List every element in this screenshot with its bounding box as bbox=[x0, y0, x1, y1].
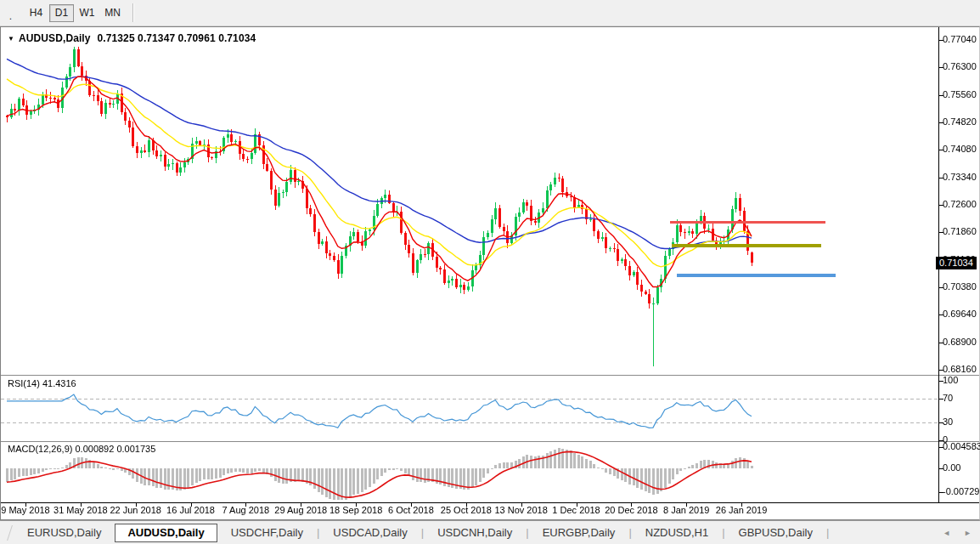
terminal-window: . H4D1W1MN ▼AUDUSD,Daily0.71325 0.71347 … bbox=[0, 0, 980, 544]
tab-usdcnh-daily[interactable]: USDCNH,Daily bbox=[424, 524, 526, 542]
timeframe-button-d1[interactable]: D1 bbox=[49, 4, 74, 22]
current-price-badge: 0.71034 bbox=[936, 257, 977, 269]
toolbar-partial-button[interactable]: . bbox=[0, 4, 12, 22]
date-label: 22 Jun 2018 bbox=[110, 505, 161, 515]
price-tick-label: 0.74820 bbox=[943, 116, 977, 127]
price-tick-label: 0.77040 bbox=[943, 34, 977, 44]
date-label: 1 Dec 2018 bbox=[552, 505, 600, 515]
price-tick-label: 0.69640 bbox=[943, 309, 977, 319]
tabs-scroll-right-icon[interactable]: ► bbox=[964, 529, 972, 537]
timeframe-buttons: H4D1W1MN bbox=[12, 4, 125, 22]
price-tick-label: 0.68160 bbox=[943, 364, 977, 374]
date-label: 18 Sep 2018 bbox=[329, 505, 382, 515]
toolbar-separator bbox=[132, 3, 134, 22]
price-tick-label: 0.71860 bbox=[943, 226, 977, 236]
tabbar-nav: ◄ ► bbox=[943, 521, 972, 544]
date-label: 16 Jul 2018 bbox=[166, 505, 215, 515]
macd-tick-label: 0.004583 bbox=[943, 441, 980, 451]
tab-gbpusd-daily[interactable]: GBPUSD,Daily bbox=[725, 524, 826, 542]
chart-title: ▼AUDUSD,Daily0.71325 0.71347 0.70961 0.7… bbox=[8, 32, 256, 44]
rsi-indicator-label: RSI(14) 41.4316 bbox=[8, 378, 76, 388]
tabs-scroll-left-icon[interactable]: ◄ bbox=[943, 529, 950, 537]
chart-tabbar: EURUSD,DailyAUDUSD,DailyUSDCHF,Daily|USD… bbox=[0, 520, 980, 544]
price-tick-label: 0.73340 bbox=[943, 172, 977, 182]
timeframe-button-h4[interactable]: H4 bbox=[24, 4, 48, 22]
date-label: 7 Aug 2018 bbox=[222, 505, 270, 515]
chart-symbol-label: AUDUSD,Daily bbox=[19, 32, 91, 44]
tabbar-lead-edge bbox=[0, 525, 13, 541]
macd-tick-label: -0.00729 bbox=[943, 486, 979, 496]
date-label: 31 May 2018 bbox=[54, 505, 108, 515]
tab-usdchf-daily[interactable]: USDCHF,Daily bbox=[217, 524, 317, 542]
tab-eurusd-daily[interactable]: EURUSD,Daily bbox=[14, 524, 115, 542]
tab-usdcad-daily[interactable]: USDCAD,Daily bbox=[319, 524, 420, 542]
tab-nzdusd-h1[interactable]: NZDUSD,H1 bbox=[632, 524, 722, 542]
date-label: 26 Jan 2019 bbox=[716, 505, 768, 515]
collapse-arrow-icon[interactable]: ▼ bbox=[8, 35, 14, 42]
price-tick-label: 0.74080 bbox=[943, 144, 977, 154]
date-label: 13 Nov 2018 bbox=[494, 505, 547, 515]
chart-tabs: EURUSD,DailyAUDUSD,DailyUSDCHF,Daily|USD… bbox=[14, 524, 829, 542]
timeframe-button-w1[interactable]: W1 bbox=[75, 4, 99, 22]
timeframe-button-mn[interactable]: MN bbox=[100, 4, 125, 22]
chart-window: ▼AUDUSD,Daily0.71325 0.71347 0.70961 0.7… bbox=[0, 26, 980, 520]
macd-indicator-label: MACD(12,26,9) 0.000892 0.001735 bbox=[8, 444, 155, 454]
date-label: 29 Aug 2018 bbox=[274, 505, 327, 515]
price-tick-label: 0.76300 bbox=[943, 61, 977, 71]
rsi-tick-label: 30 bbox=[943, 416, 953, 427]
date-label: 8 Jan 2019 bbox=[663, 505, 709, 515]
price-tick-label: 0.75560 bbox=[943, 89, 977, 99]
date-label: 6 Oct 2018 bbox=[388, 505, 434, 515]
tab-audusd-daily[interactable]: AUDUSD,Daily bbox=[115, 524, 217, 542]
price-tick-label: 0.70380 bbox=[943, 281, 977, 292]
chart-ohlc-values: 0.71325 0.71347 0.70961 0.71034 bbox=[98, 32, 256, 44]
price-tick-label: 0.68900 bbox=[943, 337, 977, 347]
date-label: 9 May 2018 bbox=[1, 505, 49, 515]
rsi-tick-label: 100 bbox=[943, 375, 958, 385]
tab-separator: | bbox=[826, 526, 829, 539]
price-tick-label: 0.72600 bbox=[943, 199, 977, 209]
macd-tick-label: 0.00 bbox=[943, 462, 960, 473]
timeframe-toolbar: . H4D1W1MN bbox=[0, 0, 980, 26]
tab-eurgbp-daily[interactable]: EURGBP,Daily bbox=[529, 524, 629, 542]
date-label: 20 Dec 2018 bbox=[605, 505, 657, 515]
date-label: 25 Oct 2018 bbox=[441, 505, 492, 515]
rsi-tick-label: 70 bbox=[943, 393, 953, 403]
